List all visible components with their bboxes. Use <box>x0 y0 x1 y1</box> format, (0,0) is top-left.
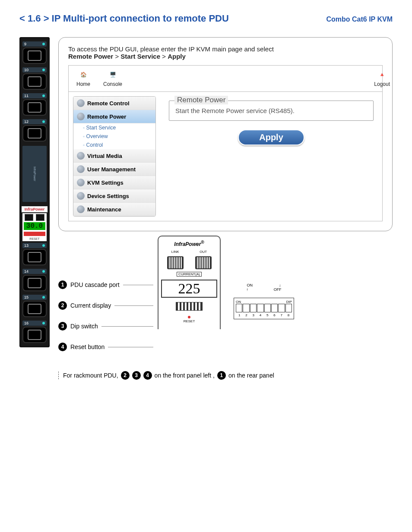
callout-4-label: Reset button <box>70 343 105 350</box>
instruction-card: To access the PDU GUI, please enter the … <box>58 37 393 231</box>
led-icon <box>42 296 45 299</box>
current-display: 30.0 <box>23 222 46 230</box>
current-label: CURRENT(A) <box>177 272 202 277</box>
led-icon <box>42 120 45 123</box>
device-settings-icon <box>77 192 85 200</box>
page-subtitle: Combo Cat6 IP KVM <box>326 16 393 23</box>
callout-2: 2 <box>121 371 130 380</box>
instruction-text: To access the PDU GUI, please enter the … <box>68 45 383 60</box>
reset-label: RESET <box>23 237 46 240</box>
arrow-down-icon: ↓ <box>279 283 281 287</box>
sidebar-item-device-settings[interactable]: Device Settings <box>73 189 155 203</box>
callout-3: 3 <box>58 322 67 331</box>
power-socket <box>22 275 47 291</box>
sidebar-sub-overview[interactable]: Overview <box>73 132 155 141</box>
callout-4: 4 <box>143 371 152 380</box>
sidebar-sub-control[interactable]: Control <box>73 141 155 149</box>
footer-note: For rackmount PDU, 2 3 4 on the front pa… <box>58 371 393 380</box>
brand-logo: InfraPower <box>22 206 48 212</box>
outlet-number: 14 <box>24 269 29 274</box>
power-socket <box>22 99 47 116</box>
remote-power-icon <box>77 113 85 120</box>
reset-label: RESET <box>161 319 217 323</box>
on-label: ON <box>247 283 253 287</box>
nav-logout[interactable]: 🔺 Logout <box>374 70 390 87</box>
sidebar: Remote Control Remote Power Start Servic… <box>73 96 156 217</box>
led-icon <box>42 43 45 45</box>
led-icon <box>42 244 45 247</box>
brand-label: InfraPower® <box>161 240 217 247</box>
remote-power-fieldset: Remote Power Start the Remote Power serv… <box>169 101 374 121</box>
maintenance-icon <box>77 205 85 213</box>
outlet-number: 11 <box>24 94 29 98</box>
dip-switch-icon <box>176 302 203 311</box>
callout-3-label: Dip switch <box>70 323 98 330</box>
sidebar-item-kvm-settings[interactable]: KVM Settings <box>73 176 155 189</box>
page-title: < 1.6 > IP Multi-port connection to remo… <box>19 13 229 24</box>
power-socket <box>22 125 47 142</box>
power-socket <box>22 249 47 265</box>
outlet-number: 16 <box>24 321 29 325</box>
callout-3: 3 <box>132 371 141 380</box>
fieldset-legend: Remote Power <box>174 96 228 104</box>
dip-switch-icon <box>23 231 46 236</box>
outlet-number: 15 <box>24 295 29 299</box>
rj45-port-icon <box>195 256 212 269</box>
callout-4: 4 <box>58 343 67 351</box>
power-socket <box>22 73 47 90</box>
rj45-port-icon <box>167 256 184 269</box>
arrow-up-icon: ↑ <box>246 287 248 292</box>
power-socket <box>22 47 47 64</box>
remote-control-icon <box>77 99 85 107</box>
led-icon <box>42 94 45 97</box>
outlet-number: 12 <box>24 120 29 124</box>
pdu-info-label: InfraPower <box>22 146 47 202</box>
kvm-settings-icon <box>77 179 85 186</box>
outlet-number: 9 <box>24 42 26 46</box>
sidebar-item-remote-power[interactable]: Remote Power <box>73 110 155 123</box>
off-label: OFF <box>274 287 282 292</box>
callout-2: 2 <box>58 301 67 310</box>
current-value: 225 <box>161 280 217 298</box>
sidebar-item-remote-control[interactable]: Remote Control <box>73 97 155 110</box>
sidebar-item-maintenance[interactable]: Maintenance <box>73 203 155 216</box>
pdu-meter: 30.0 RESET <box>22 213 47 241</box>
rj45-port-icon <box>25 214 33 221</box>
power-socket <box>22 327 47 343</box>
callout-1: 1 <box>217 371 226 380</box>
nav-home[interactable]: 🏠 Home <box>76 70 90 87</box>
outlet-number: 10 <box>24 68 29 72</box>
gui-screenshot: 🏠 Home 🖥️ Console 🔺 Logout <box>68 65 383 221</box>
apply-button[interactable]: Apply <box>238 129 304 145</box>
sidebar-item-user-management[interactable]: User Management <box>73 163 155 176</box>
logout-icon: 🔺 <box>377 70 388 79</box>
console-icon: 🖥️ <box>107 70 118 79</box>
nav-console[interactable]: 🖥️ Console <box>103 70 122 87</box>
pdu-diagram: 1PDU cascade port 2Current display 3Dip … <box>58 236 393 363</box>
reset-button-icon <box>188 316 190 318</box>
dip-switch-detail: ON ↓ ↑ OFF ONDIP <box>234 236 294 319</box>
callout-1: 1 <box>58 280 67 289</box>
pdu-front-panel: InfraPower® LINKOUT CURRENT(A) 225 RESET <box>158 236 221 329</box>
callout-2-label: Current display <box>70 302 111 309</box>
power-socket <box>22 301 47 317</box>
pdu-strip: 9 10 11 12 InfraPower InfraPower 30.0 RE… <box>19 37 50 347</box>
led-icon <box>42 322 45 324</box>
user-management-icon <box>77 165 85 173</box>
fieldset-desc: Start the Remote Power service (RS485). <box>175 107 367 114</box>
outlet-number: 13 <box>24 243 29 248</box>
home-icon: 🏠 <box>78 70 89 79</box>
led-icon <box>42 270 45 273</box>
rj45-port-icon <box>36 214 44 221</box>
sidebar-item-virtual-media[interactable]: Virtual Media <box>73 149 155 163</box>
led-icon <box>42 69 45 71</box>
callout-1-label: PDU cascade port <box>70 281 120 288</box>
sidebar-sub-start-service[interactable]: Start Service <box>73 123 155 132</box>
virtual-media-icon <box>77 152 85 160</box>
